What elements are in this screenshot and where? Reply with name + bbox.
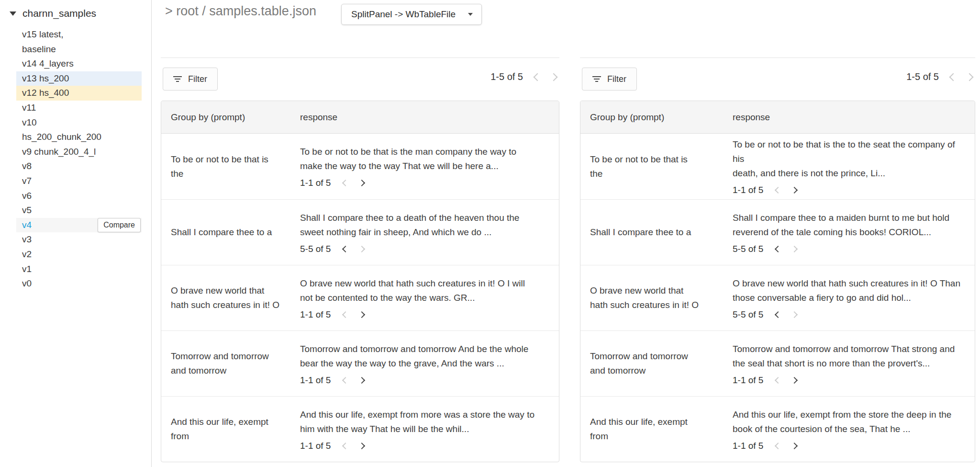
pagination-range: 1-5 of 5	[906, 71, 939, 82]
sidebar-item-v13[interactable]: v13 hs_200	[16, 71, 142, 86]
version-label: v13 hs_200	[22, 73, 69, 83]
table-row: O brave new world that hath such creatur…	[580, 265, 975, 330]
sidebar-item-v14[interactable]: v14 4_layers	[16, 57, 142, 71]
sidebar-item-v0[interactable]: v0	[16, 276, 142, 291]
sidebar-item-v6[interactable]: v6	[16, 189, 142, 204]
prompt-text: O brave new world that hath such creatur…	[171, 284, 289, 312]
sidebar-item-v1[interactable]: v1	[16, 262, 142, 277]
filter-button-label: Filter	[188, 74, 207, 84]
row-pagination: 1-1 of 5	[300, 309, 549, 320]
chevron-right-icon[interactable]	[791, 311, 798, 318]
chevron-left-icon[interactable]	[775, 442, 781, 449]
response-text: And this our life, exempt from the store…	[733, 408, 965, 436]
chevron-right-icon[interactable]	[358, 311, 365, 318]
sidebar-item-hs_200_chunk_200[interactable]: hs_200_chunk_200	[16, 130, 142, 145]
sidebar-item-v2[interactable]: v2	[16, 247, 142, 262]
chevron-right-icon[interactable]	[791, 376, 798, 383]
column-header-prompt[interactable]: Group by (prompt)	[161, 112, 300, 123]
sidebar-item-v10[interactable]: v10	[16, 115, 142, 130]
prompt-cell: To be or not to be that is the	[161, 152, 300, 181]
chevron-right-icon[interactable]	[358, 180, 365, 186]
response-text: To be or not to be that is the to the se…	[733, 137, 965, 181]
data-table: Group by (prompt) response To be or not …	[161, 101, 559, 462]
table-row: And this our life, exempt from And this …	[161, 396, 559, 462]
sidebar-item-v9[interactable]: v9 chunk_200_4_l	[16, 145, 142, 159]
chevron-right-icon[interactable]	[358, 245, 365, 252]
sidebar-item-v11[interactable]: v11	[16, 101, 142, 115]
filter-button[interactable]: Filter	[163, 68, 218, 91]
table-body: To be or not to be that is the To be or …	[580, 134, 975, 462]
pagination-range: 1-5 of 5	[490, 71, 523, 82]
pagination-range: 5-5 of 5	[300, 244, 331, 254]
column-header-response[interactable]: response	[300, 112, 559, 123]
chevron-left-icon[interactable]	[342, 376, 349, 383]
chevron-left-icon[interactable]	[342, 311, 349, 318]
pagination-range: 5-5 of 5	[733, 244, 763, 254]
chevron-right-icon[interactable]	[791, 442, 798, 449]
sidebar-item-v15[interactable]: v15 latest, baseline	[16, 27, 142, 57]
sidebar-item-v7[interactable]: v7	[16, 174, 142, 189]
pagination-range: 1-1 of 5	[733, 441, 763, 451]
chevron-left-icon[interactable]	[949, 73, 958, 81]
chevron-right-icon[interactable]	[791, 187, 798, 194]
column-header-response[interactable]: response	[733, 112, 975, 123]
sidebar-item-v4[interactable]: v4Compare	[16, 218, 142, 233]
pagination-range: 1-1 of 5	[300, 441, 331, 451]
table-body: To be or not to be that is the To be or …	[161, 134, 559, 462]
chevron-left-icon[interactable]	[342, 442, 349, 449]
artifact-version-sidebar: charnn_samples v15 latest, baselinev14 4…	[0, 0, 152, 467]
chevron-left-icon[interactable]	[775, 187, 781, 194]
pagination-range: 1-1 of 5	[300, 178, 331, 188]
sidebar-item-v3[interactable]: v3	[16, 232, 142, 247]
version-label: v14 4_layers	[22, 58, 74, 68]
response-cell: Shall I compare thee to a maiden burnt t…	[733, 211, 975, 254]
prompt-cell: Tomorrow and tomorrow and tomorrow	[161, 349, 300, 378]
chevron-left-icon[interactable]	[342, 245, 349, 252]
chevron-right-icon[interactable]	[358, 442, 365, 449]
prompt-cell: And this our life, exempt from	[580, 415, 733, 444]
response-text: To be or not to be that is the man compa…	[300, 145, 549, 173]
sidebar-item-v12[interactable]: v12 hs_400	[16, 86, 142, 101]
table-row: And this our life, exempt from And this …	[580, 396, 975, 462]
row-pagination: 5-5 of 5	[733, 309, 965, 320]
response-text: O brave new world that hath such creatur…	[300, 276, 549, 305]
table-row: To be or not to be that is the To be or …	[161, 134, 559, 199]
artifact-file-viewer: charnn_samples v15 latest, baselinev14 4…	[0, 0, 980, 467]
row-pagination: 1-1 of 5	[300, 178, 549, 188]
response-text: Tomorrow and tomorrow and tomorrow And b…	[300, 342, 549, 371]
version-list: v15 latest, baselinev14 4_layersv13 hs_2…	[0, 27, 151, 291]
response-cell: To be or not to be that is the man compa…	[300, 145, 559, 188]
row-pagination: 5-5 of 5	[733, 244, 965, 254]
version-label: v5	[22, 205, 32, 215]
row-pagination: 1-1 of 5	[733, 441, 965, 451]
chevron-right-icon[interactable]	[791, 245, 798, 252]
chevron-left-icon[interactable]	[775, 376, 781, 383]
collapse-triangle-icon[interactable]	[10, 11, 16, 16]
response-cell: Shall I compare thee to a death of the h…	[300, 211, 559, 254]
pagination-range: 1-1 of 5	[300, 309, 331, 320]
filter-button[interactable]: Filter	[582, 68, 637, 91]
table-header-row: Group by (prompt) response	[161, 101, 559, 134]
version-label: v6	[22, 191, 32, 201]
table-pagination: 1-5 of 5	[490, 71, 557, 82]
chevron-left-icon[interactable]	[342, 180, 349, 186]
chevron-right-icon[interactable]	[966, 73, 974, 81]
chevron-left-icon[interactable]	[775, 245, 781, 252]
chevron-right-icon[interactable]	[358, 376, 365, 383]
response-cell: O brave new world that hath such creatur…	[733, 276, 975, 320]
compare-button[interactable]: Compare	[98, 218, 141, 232]
filter-button-label: Filter	[607, 74, 626, 84]
row-pagination: 5-5 of 5	[300, 244, 549, 254]
row-pagination: 1-1 of 5	[300, 441, 549, 451]
sidebar-item-v8[interactable]: v8	[16, 159, 142, 174]
response-text: Tomorrow and tomorrow and tomorrow That …	[733, 342, 965, 371]
column-header-prompt[interactable]: Group by (prompt)	[580, 112, 733, 123]
response-cell: And this our life, exempt from more was …	[300, 408, 559, 451]
chevron-left-icon[interactable]	[775, 311, 781, 318]
sidebar-item-v5[interactable]: v5	[16, 203, 142, 218]
chevron-right-icon[interactable]	[550, 73, 558, 81]
data-table: Group by (prompt) response To be or not …	[580, 101, 975, 462]
chevron-left-icon[interactable]	[534, 73, 542, 81]
version-label: v8	[22, 161, 32, 171]
response-text: O brave new world that hath such creatur…	[733, 276, 965, 305]
